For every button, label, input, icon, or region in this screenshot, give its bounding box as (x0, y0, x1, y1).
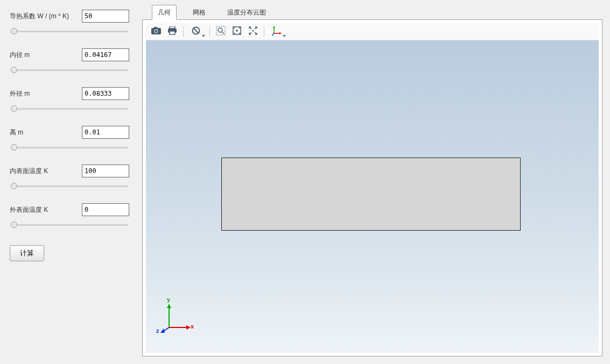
zoom-extents-icon (232, 26, 242, 37)
zoom-extents-button[interactable] (230, 25, 244, 39)
outer-radius-row: 外径 m (10, 87, 129, 100)
axis-y-label: y (167, 296, 170, 303)
slider-thumb[interactable] (11, 67, 17, 73)
outer-temp-label: 外表面温度 K (10, 205, 51, 215)
inner-temp-row: 内表面温度 K (10, 165, 129, 177)
thermal-conductivity-row: 导热系数 W / (m * K) (10, 10, 129, 23)
outer-radius-label: 外径 m (10, 89, 33, 98)
view-reset-icon (192, 26, 200, 37)
thermal-conductivity-slider-row (10, 27, 129, 35)
tab-mesh[interactable]: 网格 (187, 5, 211, 19)
axis-triad-button[interactable] (268, 25, 286, 39)
inner-radius-row: 内径 m (10, 48, 129, 61)
outer-radius-slider[interactable] (10, 104, 129, 113)
thermal-conductivity-slider[interactable] (10, 27, 129, 35)
thermal-conductivity-label: 导热系数 W / (m * K) (10, 12, 72, 21)
height-slider[interactable] (10, 143, 129, 152)
axis-x-label: x (191, 323, 194, 330)
inner-temp-label: 内表面温度 K (10, 167, 51, 176)
view-reset-button[interactable] (187, 25, 206, 39)
print-button[interactable] (165, 25, 179, 39)
svg-marker-22 (186, 325, 191, 330)
zoom-box-icon (216, 26, 226, 37)
svg-line-18 (272, 33, 274, 35)
height-input[interactable] (82, 126, 129, 139)
axis-triad-icon (272, 26, 282, 37)
svg-rect-6 (170, 31, 175, 34)
viewport-canvas[interactable]: y x z (146, 40, 599, 353)
snapshot-button[interactable] (149, 25, 163, 39)
slider-thumb[interactable] (11, 144, 17, 151)
inner-temp-slider[interactable] (10, 182, 129, 190)
svg-point-3 (155, 30, 157, 32)
center-button[interactable] (246, 25, 260, 39)
outer-temp-slider[interactable] (10, 220, 129, 229)
parameter-panel: 导热系数 W / (m * K) 内径 m 外径 m 高 m (0, 0, 137, 364)
svg-marker-17 (279, 32, 282, 34)
svg-line-8 (193, 28, 199, 33)
chevron-down-icon (283, 35, 286, 37)
svg-point-13 (253, 30, 254, 32)
svg-line-11 (222, 32, 224, 34)
outer-temp-row: 外表面温度 K (10, 203, 129, 216)
toolbar-separator (264, 26, 264, 37)
center-icon (248, 26, 258, 37)
svg-marker-20 (167, 304, 171, 308)
print-icon (167, 26, 177, 37)
zoom-box-button[interactable] (214, 25, 228, 39)
thermal-conductivity-input[interactable] (82, 10, 129, 23)
svg-rect-4 (170, 26, 175, 28)
svg-marker-15 (273, 26, 275, 28)
geometry-rectangle[interactable] (221, 158, 521, 231)
axis-z-label: z (156, 327, 159, 334)
inner-radius-label: 内径 m (10, 51, 33, 60)
inner-temp-input[interactable] (82, 165, 129, 177)
viewport-toolbar (146, 23, 599, 40)
tab-content: y x z (142, 19, 602, 356)
tab-contour[interactable]: 温度分布云图 (222, 5, 271, 19)
outer-temp-input[interactable] (82, 203, 129, 216)
svg-marker-24 (160, 329, 165, 333)
tab-bar: 几何 网格 温度分布云图 (142, 5, 602, 19)
outer-radius-input[interactable] (82, 87, 129, 100)
compute-button[interactable]: 计算 (10, 245, 44, 261)
axis-triad-big: y x z (159, 302, 192, 334)
toolbar-separator (183, 26, 184, 37)
inner-radius-slider[interactable] (10, 66, 129, 74)
slider-thumb[interactable] (11, 222, 17, 228)
toolbar-separator (209, 26, 210, 37)
svg-point-10 (218, 28, 222, 32)
height-label: 高 m (10, 128, 26, 137)
slider-thumb[interactable] (11, 28, 17, 34)
viewport-panel: 几何 网格 温度分布云图 (137, 0, 610, 364)
slider-thumb[interactable] (11, 183, 17, 189)
snapshot-icon (151, 27, 161, 36)
slider-thumb[interactable] (11, 105, 17, 112)
svg-rect-1 (154, 27, 157, 28)
height-row: 高 m (10, 126, 129, 139)
tab-geometry[interactable]: 几何 (152, 5, 177, 20)
inner-radius-input[interactable] (82, 48, 129, 61)
chevron-down-icon (202, 35, 205, 37)
